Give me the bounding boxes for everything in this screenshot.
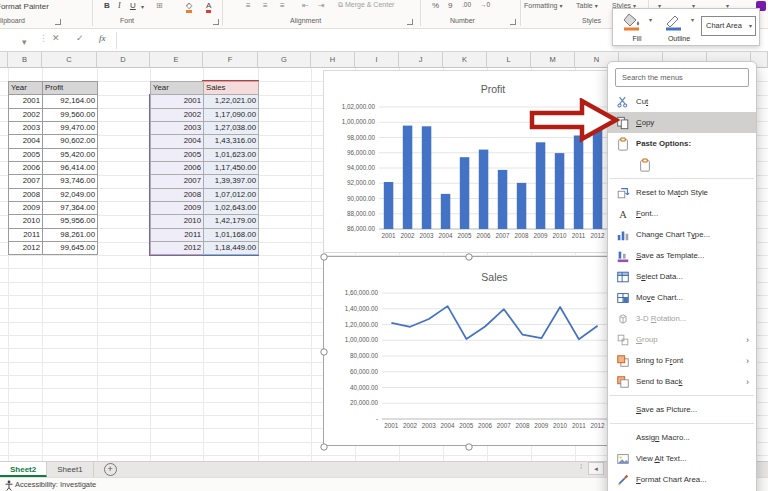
menu-item-send-back[interactable]: Send to Back› — [608, 371, 756, 392]
menu-item-font[interactable]: AFont... — [608, 203, 756, 224]
table-cell[interactable]: 95,420.00 — [43, 149, 98, 162]
table-cell[interactable]: 1,17,090.00 — [204, 109, 259, 122]
percent-style-icon[interactable]: % — [432, 1, 439, 10]
sheet-tab-sheet1[interactable]: Sheet1 — [47, 462, 93, 477]
scrollbar-splitter-icon[interactable]: ⁞ — [580, 462, 582, 471]
insert-function-button[interactable]: fx — [99, 33, 106, 43]
menu-search-input[interactable]: Search the menus — [615, 68, 749, 87]
column-header[interactable]: L — [487, 52, 531, 68]
table-cell[interactable]: 1,01,623.00 — [204, 149, 259, 162]
table-header-cell[interactable]: Year — [151, 82, 204, 95]
column-header[interactable]: F — [203, 52, 258, 68]
table-cell[interactable]: 2002 — [9, 109, 43, 122]
table-cell[interactable]: 2011 — [151, 229, 204, 242]
bold-icon[interactable]: B — [104, 1, 110, 10]
number-dialog-launcher-icon[interactable] — [510, 19, 516, 25]
table-cell[interactable]: 99,470.00 — [43, 122, 98, 135]
table-cell[interactable]: 2001 — [9, 95, 43, 108]
comma-style-icon[interactable]: 9 — [448, 1, 452, 10]
column-header[interactable]: B — [8, 52, 42, 68]
indent-decrease-icon[interactable]: ⇤ — [302, 1, 309, 10]
column-header[interactable]: G — [258, 52, 311, 68]
enter-icon[interactable]: ✓ — [76, 33, 84, 43]
table-cell[interactable]: 1,22,021.00 — [204, 95, 259, 108]
underline-icon[interactable]: U — [130, 1, 136, 10]
table-header-cell[interactable]: Year — [9, 82, 43, 95]
font-color-icon[interactable]: A — [206, 1, 211, 13]
table-cell[interactable]: 2012 — [9, 242, 43, 255]
table-cell[interactable]: 1,07,012.00 — [204, 189, 259, 202]
menu-item-save-picture[interactable]: Save as Picture... — [608, 399, 756, 420]
format-as-table-button[interactable]: Table ▾ — [576, 2, 598, 9]
merge-center-icon[interactable]: ⧉ Merge & Center — [338, 1, 394, 9]
formula-bar-drag-dots-icon[interactable]: ⋮ — [39, 33, 48, 43]
font-dialog-launcher-icon[interactable] — [213, 19, 219, 25]
table-cell[interactable]: 92,164.00 — [43, 95, 98, 108]
table-cell[interactable]: 93,746.00 — [43, 175, 98, 188]
table-cell[interactable]: 2010 — [9, 215, 43, 228]
sales-chart-selected[interactable]: Sales-20,000.0040,000.0060,000.0080,000.… — [323, 256, 613, 446]
italic-icon[interactable]: I — [118, 1, 121, 10]
menu-item-format-chart-area[interactable]: Format Chart Area... — [608, 469, 756, 490]
column-header[interactable]: J — [399, 52, 443, 68]
table-cell[interactable]: 2011 — [9, 229, 43, 242]
menu-item-save-as-template[interactable]: Save as Template... — [608, 245, 756, 266]
column-header[interactable]: C — [42, 52, 97, 68]
conditional-formatting-button[interactable]: Formatting ▾ — [524, 2, 562, 9]
table-cell[interactable]: 95,956.00 — [43, 215, 98, 228]
increase-decimal-icon[interactable]: .00 — [462, 1, 471, 8]
align-left-icon[interactable]: ≡ — [246, 1, 251, 10]
chart-element-selector[interactable]: Chart Area▾ — [701, 16, 756, 36]
table-header-cell[interactable]: Profit — [43, 82, 98, 95]
column-header[interactable]: I — [355, 52, 399, 68]
table-cell[interactable]: 1,43,316.00 — [204, 135, 259, 148]
menu-item-paste-keep-formatting[interactable] — [608, 154, 756, 175]
menu-item-alt-text[interactable]: View Alt Text... — [608, 448, 756, 469]
name-box-caret-icon[interactable]: ▾ — [22, 37, 27, 47]
alignment-dialog-launcher-icon[interactable] — [407, 19, 413, 25]
table-cell[interactable]: 2004 — [151, 135, 204, 148]
table-cell[interactable]: 2008 — [151, 189, 204, 202]
fill-caret-icon[interactable]: ▾ — [649, 16, 652, 23]
decrease-decimal-icon[interactable]: →0 — [480, 1, 490, 8]
underline-caret-icon[interactable]: ▾ — [141, 3, 144, 10]
clipboard-dialog-launcher-icon[interactable] — [55, 19, 61, 25]
table-cell[interactable]: 1,02,643.00 — [204, 202, 259, 215]
table-cell[interactable]: 1,17,450.00 — [204, 162, 259, 175]
column-header[interactable]: K — [443, 52, 487, 68]
table-cell[interactable]: 2009 — [151, 202, 204, 215]
table-cell[interactable]: 2006 — [9, 162, 43, 175]
fill-color-icon[interactable]: ◇ — [186, 1, 192, 13]
table-cell[interactable]: 2010 — [151, 215, 204, 228]
table-cell[interactable]: 2008 — [9, 189, 43, 202]
table-cell[interactable]: 2003 — [151, 122, 204, 135]
table-cell[interactable]: 2009 — [9, 202, 43, 215]
table-cell[interactable]: 1,01,168.00 — [204, 229, 259, 242]
table-cell[interactable]: 1,42,179.00 — [204, 215, 259, 228]
add-sheet-button[interactable]: + — [104, 463, 117, 476]
menu-item-bring-front[interactable]: Bring to Front› — [608, 350, 756, 371]
row-header-stub[interactable] — [0, 52, 8, 68]
table-cell[interactable]: 2005 — [9, 149, 43, 162]
table-cell[interactable]: 92,049.00 — [43, 189, 98, 202]
menu-item-assign-macro[interactable]: Assign Macro... — [608, 427, 756, 448]
sheet-tab-sheet2[interactable]: Sheet2 — [0, 462, 47, 477]
table-cell[interactable]: 2007 — [151, 175, 204, 188]
table-cell[interactable]: 1,18,449.00 — [204, 242, 259, 255]
table-cell[interactable]: 99,560.00 — [43, 109, 98, 122]
menu-item-change-chart-type[interactable]: Change Chart Type... — [608, 224, 756, 245]
table-cell[interactable]: 97,364.00 — [43, 202, 98, 215]
table-cell[interactable]: 2012 — [151, 242, 204, 255]
column-header[interactable]: D — [97, 52, 150, 68]
table-cell[interactable]: 90,602.00 — [43, 135, 98, 148]
outline-caret-icon[interactable]: ▾ — [691, 16, 694, 23]
table-cell[interactable]: 2005 — [151, 149, 204, 162]
table-cell[interactable]: 1,39,397.00 — [204, 175, 259, 188]
cancel-icon[interactable]: ✕ — [52, 33, 60, 43]
outline-button[interactable]: ▾ Outline — [659, 11, 699, 45]
table-cell[interactable]: 99,645.00 — [43, 242, 98, 255]
scroll-left-button[interactable]: ◂ — [588, 462, 604, 475]
format-painter-button[interactable]: Format Painter — [0, 2, 88, 13]
fill-button[interactable]: ▾ Fill — [617, 11, 657, 45]
menu-item-select-data[interactable]: Select Data... — [608, 266, 756, 287]
